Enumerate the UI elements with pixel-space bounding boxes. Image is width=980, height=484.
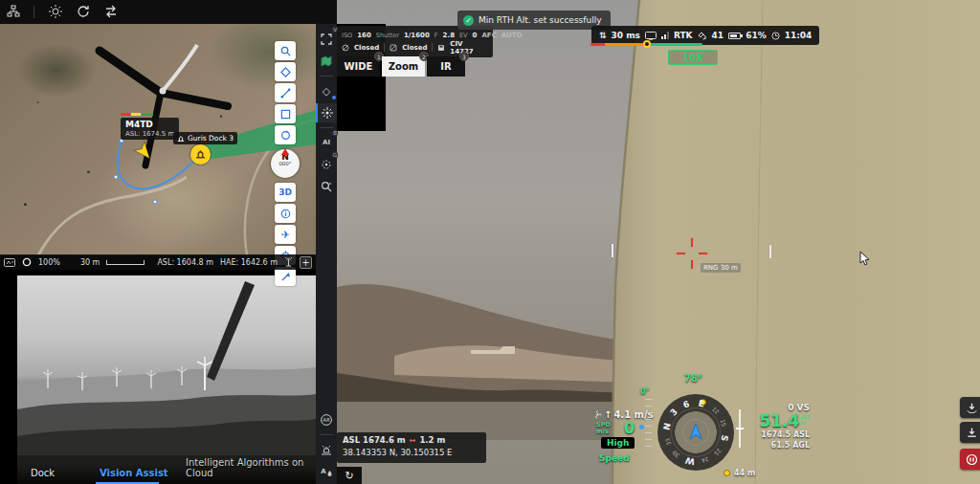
- map-measure-button[interactable]: [275, 83, 296, 102]
- refresh-button[interactable]: ↻: [337, 467, 362, 484]
- ai-detection-button[interactable]: AI B: [316, 133, 337, 152]
- wind-fan-icon: [593, 410, 602, 419]
- dock-marker[interactable]: [190, 144, 211, 165]
- camera-settings-panel[interactable]: ISO 160 Shutter 1/1600 F 2.8 EV 0 AFC AU…: [337, 26, 493, 57]
- notification-text: Min RTH Alt. set successfully: [479, 15, 601, 25]
- gimbal-pitch-value: 0°: [640, 387, 650, 396]
- spd-unit-text: m/s: [596, 429, 611, 435]
- hud-compass: N36E1215S2124W3033: [657, 394, 734, 471]
- vision-scene: [17, 275, 316, 484]
- map-zoom-in-button[interactable]: +: [300, 256, 312, 269]
- battery-percent: 61%: [746, 31, 767, 40]
- tab-wide-camera[interactable]: WIDE 1: [337, 56, 380, 77]
- map-scalebar: [106, 260, 145, 265]
- shortcut-badge-v: V: [332, 27, 338, 33]
- shortcut-badge-b: B: [332, 130, 338, 136]
- fullscreen-button[interactable]: V: [316, 30, 337, 49]
- map-search-button[interactable]: [275, 41, 296, 60]
- app-window: M4TD ASL: 1674.5 m Guris Dock 3 N: [0, 0, 980, 484]
- ar-projection-button[interactable]: AR: [316, 410, 337, 429]
- aircraft-position-box: ASL 1674.6 m ↔ 1.2 m 38.143353 N, 30.150…: [337, 432, 486, 463]
- focus-mode: AFC: [481, 32, 496, 39]
- annotation-button[interactable]: A: [316, 462, 337, 481]
- storage-counter: CIV 14727: [450, 40, 488, 55]
- satellite-icon: [698, 32, 707, 40]
- notification-toast: ✓ Min RTH Alt. set successfully: [457, 11, 611, 30]
- vision-assist-panel[interactable]: Dock Vision Assist Intelligent Algorithm…: [17, 275, 316, 484]
- basestation-icon[interactable]: [4, 258, 15, 267]
- shutter-state: Closed: [354, 44, 379, 52]
- compass-needle: [281, 148, 289, 155]
- dock-map-label[interactable]: Guris Dock 3: [173, 132, 237, 144]
- dock-icon: [177, 135, 185, 143]
- wind-arrow-icon: ↑: [604, 409, 612, 420]
- heading-value: 78°: [684, 373, 702, 384]
- land-button[interactable]: [960, 422, 980, 443]
- zoom-level-badge[interactable]: 10X: [668, 50, 718, 65]
- link-status-bar[interactable]: ⇅ 30 ms RTK 41 61% 11:04: [591, 26, 819, 45]
- airplane-icon: ✈: [280, 230, 289, 240]
- camera-feed[interactable]: ISO 160 Shutter 1/1600 F 2.8 EV 0 AFC AU…: [337, 0, 980, 484]
- tab-ir-camera[interactable]: IR 3: [427, 56, 465, 77]
- lateral-distance: 1.2 m: [419, 435, 445, 445]
- map-statusbar: 100% 30 m ASL: 1604.8 m HAE: 1642.6 m +: [0, 254, 316, 270]
- compass-degrees: 000°: [271, 161, 300, 166]
- map-locate-aircraft-button[interactable]: ✈: [275, 225, 296, 244]
- zoom-label: Zoom: [389, 61, 418, 72]
- spot-focus-button[interactable]: G: [316, 155, 337, 174]
- map-info-button[interactable]: [275, 204, 296, 223]
- map-mode-button[interactable]: [316, 52, 337, 71]
- map-pan-button[interactable]: [275, 267, 296, 286]
- map-orbit-button[interactable]: [275, 125, 296, 144]
- map-waypoint-button[interactable]: [275, 62, 296, 81]
- map-panel[interactable]: M4TD ASL: 1674.5 m Guris Dock 3: [0, 24, 316, 255]
- svg-text:AR: AR: [323, 417, 330, 423]
- toolbar-divider: [320, 127, 333, 128]
- sync-icon[interactable]: [76, 5, 90, 19]
- gimbal-mode-button[interactable]: ◇: [316, 81, 337, 100]
- speed-value: 0: [624, 419, 635, 437]
- swap-icon[interactable]: [103, 5, 118, 19]
- diamond-icon: ◇: [323, 85, 330, 98]
- toolbar-divider: [320, 76, 333, 77]
- map-3d-button[interactable]: 3D: [275, 183, 296, 202]
- clock-time: 11:04: [785, 31, 813, 40]
- gear-mode-label: Speed: [599, 453, 630, 463]
- signal-bars-icon: [661, 32, 669, 39]
- map-area-button[interactable]: [275, 104, 296, 123]
- map-asl: ASL: 1604.8 m: [157, 258, 213, 267]
- return-to-home-button[interactable]: [960, 397, 980, 418]
- latency-value: 30 ms: [612, 31, 640, 40]
- exposure-mode: AUTO: [501, 32, 523, 39]
- shutter-label: Shutter: [376, 32, 399, 39]
- gimbal-recenter-button[interactable]: [316, 103, 337, 122]
- fleet-icon[interactable]: [6, 5, 20, 19]
- beacon-light-button[interactable]: [316, 440, 337, 459]
- gimbal-pitch-indicator: [639, 425, 644, 429]
- gear-mode-badge: High: [601, 437, 635, 449]
- pause-mission-button[interactable]: [960, 449, 980, 470]
- brightness-icon[interactable]: [48, 5, 62, 19]
- ai-label: AI: [323, 139, 330, 146]
- map-hae: HAE: 1642.6 m: [220, 258, 278, 267]
- tab-dock[interactable]: Dock: [31, 468, 55, 478]
- link-quality-knob[interactable]: [643, 40, 651, 48]
- rtk-label: RTK: [674, 31, 693, 40]
- tab-vision-assist[interactable]: Vision Assist: [100, 468, 168, 478]
- rangefinder-readout: RNG 30 m: [701, 263, 741, 273]
- speed-unit-label: SPD m/s: [596, 422, 611, 435]
- smart-zoom-button[interactable]: [316, 177, 337, 196]
- toolbar-divider: [33, 6, 34, 18]
- map-compass[interactable]: N 000°: [271, 149, 300, 178]
- map-zoom-percent: 100%: [38, 258, 60, 267]
- home-distance-value: 44 m: [734, 469, 755, 477]
- altitude-readouts: 0 VS 51.4 ALT m 1674.5 ASL 61.5 AGL: [750, 403, 810, 450]
- tab-intelligent-algorithms[interactable]: Intelligent Algorithms on Cloud: [186, 457, 316, 478]
- compass-point: W: [684, 455, 696, 467]
- dock-name: Guris Dock 3: [188, 134, 234, 143]
- drone-map-label[interactable]: M4TD ASL: 1674.5 m: [121, 118, 179, 140]
- tab-zoom-camera[interactable]: Zoom 2: [382, 56, 425, 77]
- battery-icon: [728, 33, 741, 39]
- gps-coordinates: 38.143353 N, 30.150315 E: [343, 448, 480, 457]
- gimbal-pitch-gauge: [645, 399, 652, 452]
